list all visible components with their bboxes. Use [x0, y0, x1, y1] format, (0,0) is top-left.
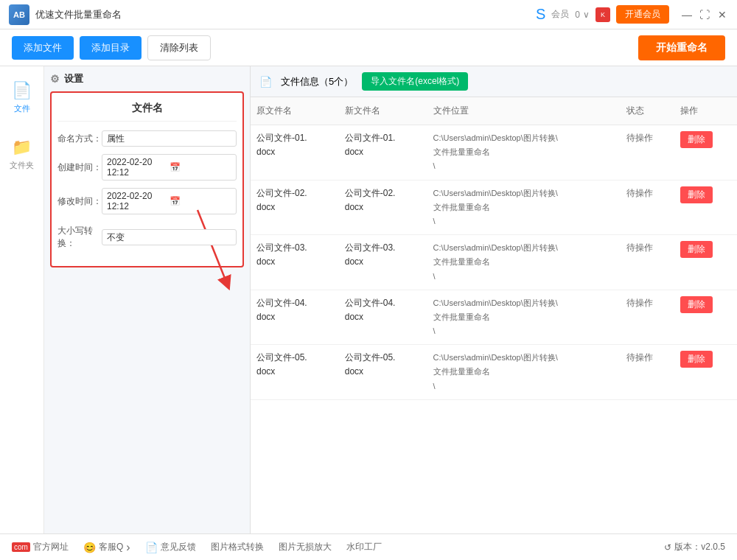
file-info-header: 📄 文件信息（5个） 导入文件名(excel格式)	[251, 66, 737, 97]
cell-new: 公司文件-05.docx	[339, 345, 427, 400]
title-bar: AB 优速文件批量重命名 S 会员 0 ∨ K 开通会员 — ⛶ ✕	[0, 0, 737, 29]
watermark-link[interactable]: 水印工厂	[346, 541, 382, 553]
create-time-calendar-icon[interactable]: 📅	[170, 162, 232, 172]
cell-path: C:\Users\admin\Desktop\图片转换\文件批量重命名\	[427, 345, 621, 400]
cell-action[interactable]: 删除	[674, 235, 737, 290]
feedback-icon: 📄	[145, 542, 158, 553]
case-select[interactable]: 不变	[102, 229, 237, 245]
create-time-input[interactable]: 2022-02-20 12:12 📅	[102, 154, 237, 181]
refresh-icon: ↺	[664, 542, 671, 553]
cell-path: C:\Users\admin\Desktop\图片转换\文件批量重命名\	[427, 235, 621, 290]
file-header-icon: 📄	[259, 76, 272, 88]
vip-button[interactable]: 开通会员	[616, 5, 669, 24]
start-rename-button[interactable]: 开始重命名	[638, 35, 725, 60]
table-row: 公司文件-05.docx 公司文件-05.docx C:\Users\admin…	[251, 345, 737, 400]
sidebar-item-file[interactable]: 📄 文件	[0, 75, 43, 120]
img-lossless-link[interactable]: 图片无损放大	[279, 541, 332, 553]
toolbar: 添加文件 添加目录 清除列表 开始重命名	[0, 29, 737, 66]
service-arrow: ›	[126, 541, 130, 554]
file-info-title: 文件信息（5个）	[281, 75, 353, 88]
cell-path: C:\Users\admin\Desktop\图片转换\文件批量重命名\	[427, 125, 621, 181]
table-header-row: 原文件名 新文件名 文件位置 状态 操作	[251, 97, 737, 125]
cell-status: 待操作	[621, 125, 675, 181]
window-controls: — ⛶ ✕	[681, 9, 728, 21]
cell-status: 待操作	[621, 180, 675, 235]
cell-new: 公司文件-02.docx	[339, 180, 427, 235]
cell-action[interactable]: 删除	[674, 125, 737, 181]
folder-icon: 📁	[12, 138, 32, 157]
table-row: 公司文件-01.docx 公司文件-01.docx C:\Users\admin…	[251, 125, 737, 181]
cell-path: C:\Users\admin\Desktop\图片转换\文件批量重命名\	[427, 290, 621, 345]
cell-original: 公司文件-02.docx	[251, 180, 339, 235]
right-panel: 📄 文件信息（5个） 导入文件名(excel格式) 原文件名 新文件名 文件位置…	[251, 66, 737, 533]
case-label: 大小写转换：	[57, 225, 102, 250]
service-label: 客服Q	[99, 541, 123, 553]
delete-button[interactable]: 删除	[680, 351, 713, 368]
col-path: 文件位置	[427, 97, 621, 125]
delete-button[interactable]: 删除	[680, 241, 713, 258]
watermark-label: 水印工厂	[346, 541, 382, 553]
col-original: 原文件名	[251, 97, 339, 125]
create-time-row: 创建时间： 2022-02-20 12:12 📅	[57, 154, 237, 181]
delete-button[interactable]: 删除	[680, 186, 713, 203]
version-label: 版本：v2.0.5	[674, 541, 725, 553]
modify-time-calendar-icon[interactable]: 📅	[170, 196, 232, 206]
speed-icon: S	[536, 6, 545, 23]
service-link[interactable]: 😊 客服Q ›	[83, 541, 130, 554]
status-bar: com 官方网址 😊 客服Q › 📄 意见反馈 图片格式转换 图片无损放大 水印…	[0, 533, 737, 560]
delete-button[interactable]: 删除	[680, 296, 713, 313]
modify-time-input[interactable]: 2022-02-20 12:12 📅	[102, 188, 237, 214]
delete-button[interactable]: 删除	[680, 131, 713, 148]
close-button[interactable]: ✕	[716, 9, 728, 21]
cell-status: 待操作	[621, 235, 675, 290]
img-lossless-label: 图片无损放大	[279, 541, 332, 553]
service-icon: 😊	[83, 542, 96, 553]
img-convert-link[interactable]: 图片格式转换	[211, 541, 264, 553]
website-label: 官方网址	[33, 541, 69, 553]
naming-select[interactable]: 属性	[102, 130, 237, 147]
clear-list-button[interactable]: 清除列表	[147, 35, 211, 60]
minimize-button[interactable]: —	[681, 9, 693, 21]
cell-action[interactable]: 删除	[674, 290, 737, 345]
feedback-label: 意见反馈	[161, 541, 196, 553]
cell-new: 公司文件-01.docx	[339, 125, 427, 181]
cell-action[interactable]: 删除	[674, 345, 737, 400]
img-convert-label: 图片格式转换	[211, 541, 264, 553]
modify-time-value: 2022-02-20 12:12	[107, 191, 170, 211]
vip-k-icon: K	[595, 7, 610, 22]
file-icon: 📄	[12, 81, 32, 100]
create-time-label: 创建时间：	[57, 161, 102, 174]
add-dir-button[interactable]: 添加目录	[80, 36, 142, 60]
file-table-wrapper[interactable]: 原文件名 新文件名 文件位置 状态 操作 公司文件-01.docx 公司文件-0…	[251, 97, 737, 533]
cell-action[interactable]: 删除	[674, 180, 737, 235]
left-panel: ⚙ 设置 文件名 命名方式： 属性 创建时间： 2022-02-20 12:12…	[44, 66, 251, 533]
sidebar-item-folder-label: 文件夹	[10, 160, 34, 171]
table-row: 公司文件-04.docx 公司文件-04.docx C:\Users\admin…	[251, 290, 737, 345]
version-info: ↺ 版本：v2.0.5	[664, 541, 725, 553]
file-table: 原文件名 新文件名 文件位置 状态 操作 公司文件-01.docx 公司文件-0…	[251, 97, 737, 400]
main-area: 📄 文件 📁 文件夹 ⚙ 设置 文件名 命名方式： 属性	[0, 66, 737, 533]
app-icon: AB	[9, 4, 29, 25]
case-select-wrapper: 不变	[102, 229, 237, 245]
import-excel-button[interactable]: 导入文件名(excel格式)	[362, 72, 468, 91]
add-file-button[interactable]: 添加文件	[12, 36, 74, 60]
col-new: 新文件名	[339, 97, 427, 125]
create-time-value: 2022-02-20 12:12	[107, 157, 170, 178]
naming-select-wrapper: 属性	[102, 130, 237, 147]
website-link[interactable]: com 官方网址	[12, 541, 69, 553]
settings-title: 设置	[64, 72, 83, 85]
maximize-button[interactable]: ⛶	[699, 9, 710, 21]
feedback-link[interactable]: 📄 意见反馈	[145, 541, 196, 553]
sidebar-item-folder[interactable]: 📁 文件夹	[0, 132, 43, 177]
sidebar-item-file-label: 文件	[14, 103, 30, 114]
title-center: S 会员 0 ∨ K 开通会员	[536, 5, 669, 24]
count-badge: 0 ∨	[575, 10, 590, 20]
col-status: 状态	[621, 97, 675, 125]
cell-new: 公司文件-04.docx	[339, 290, 427, 345]
cell-path: C:\Users\admin\Desktop\图片转换\文件批量重命名\	[427, 180, 621, 235]
col-action: 操作	[674, 97, 737, 125]
settings-box-title: 文件名	[57, 102, 237, 122]
cell-new: 公司文件-03.docx	[339, 235, 427, 290]
cell-original: 公司文件-03.docx	[251, 235, 339, 290]
cell-original: 公司文件-05.docx	[251, 345, 339, 400]
